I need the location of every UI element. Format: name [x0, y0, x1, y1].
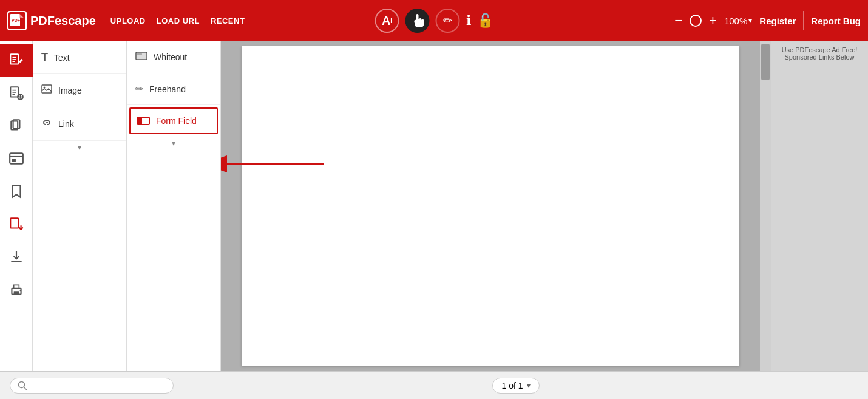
link-menu-icon: [41, 117, 52, 131]
pdf-container: Use PDFescape Ad Free! Sponsored Links B…: [221, 41, 868, 371]
viewer-icon: [8, 151, 24, 166]
menu-chevron-icon: ▾: [78, 143, 81, 152]
scrollbar-thumb[interactable]: [761, 44, 770, 80]
menu-item-link-label: Link: [58, 119, 74, 129]
sidebar-item-download[interactable]: [0, 240, 33, 273]
menu-chevron[interactable]: ▾: [33, 141, 126, 154]
logo[interactable]: PDF PDFescape: [7, 11, 96, 30]
svg-rect-23: [13, 291, 19, 294]
search-input[interactable]: [31, 381, 164, 390]
edit-icon: [8, 52, 24, 68]
text-menu-icon: T: [41, 51, 48, 64]
sidebar-item-edit[interactable]: [0, 44, 33, 77]
zoom-out-button[interactable]: −: [674, 13, 682, 29]
ad-line2: Sponsored Links Below: [785, 53, 855, 61]
toolbar-center: AI ✏ ℹ 🔓: [375, 9, 493, 33]
toolbar-right: − + 100% ▾ Register Report Bug: [674, 11, 861, 30]
export-icon: [8, 216, 24, 232]
register-button[interactable]: Register: [759, 16, 796, 26]
sidebar-item-export[interactable]: [0, 208, 33, 240]
menu-item-text-label: Text: [54, 53, 70, 63]
submenu-chevron[interactable]: ▾: [127, 137, 220, 150]
zoom-level-text: 100%: [724, 16, 747, 26]
link-icon-svg: [41, 117, 52, 128]
zoom-in-button[interactable]: +: [709, 13, 717, 29]
pdf-area: [221, 41, 760, 371]
svg-rect-20: [12, 159, 16, 162]
submenu-chevron-icon: ▾: [172, 139, 175, 148]
menu-item-link[interactable]: Link: [33, 107, 126, 141]
report-bug-button[interactable]: Report Bug: [811, 16, 861, 26]
main-area: T Text Image Link: [0, 41, 868, 371]
svg-rect-25: [42, 85, 52, 93]
form-field-icon: [137, 117, 150, 125]
submenu-item-form-field[interactable]: Form Field: [129, 107, 218, 134]
bookmark-icon: [8, 183, 24, 199]
submenu-item-whiteout-label: Whiteout: [154, 52, 187, 62]
sidebar: [0, 41, 33, 371]
submenu-item-freehand[interactable]: ✏ Freehand: [127, 73, 220, 105]
download-icon: [8, 249, 24, 265]
sidebar-item-annotate[interactable]: [0, 77, 33, 109]
sidebar-item-pages[interactable]: [0, 109, 33, 142]
svg-point-35: [19, 381, 25, 387]
submenu-item-form-field-label: Form Field: [156, 116, 197, 126]
annotate-icon: [8, 85, 24, 101]
bottombar: 1 of 1 ▾: [0, 371, 868, 399]
cursor-tool-button[interactable]: [405, 9, 430, 33]
topbar: PDF PDFescape UPLOAD LOAD URL RECENT AI …: [0, 0, 868, 41]
sidebar-item-print[interactable]: [0, 273, 33, 306]
ad-line1: Use PDFescape Ad Free!: [782, 46, 858, 53]
page-chevron: ▾: [527, 381, 531, 390]
search-box[interactable]: [10, 378, 174, 394]
scrollbar[interactable]: [760, 41, 771, 371]
sidebar-item-viewer[interactable]: [0, 142, 33, 175]
submenu-panel: Whiteout ✏ Freehand Form Field ▾: [127, 41, 221, 371]
svg-rect-30: [137, 53, 142, 55]
nav-links: UPLOAD LOAD URL RECENT: [110, 16, 245, 26]
menu-panel: T Text Image Link: [33, 41, 127, 371]
svg-rect-32: [138, 118, 142, 124]
svg-rect-18: [10, 153, 23, 163]
zoom-chevron: ▾: [748, 16, 752, 25]
image-icon-svg: [41, 84, 52, 95]
menu-item-image[interactable]: Image: [33, 74, 126, 107]
menu-item-image-label: Image: [58, 86, 82, 95]
form-field-icon-svg: [137, 117, 150, 125]
svg-line-36: [24, 387, 27, 390]
nav-recent[interactable]: RECENT: [211, 16, 245, 26]
pdf-page: [242, 46, 739, 366]
text-tool-button[interactable]: AI: [375, 9, 399, 33]
freehand-icon: ✏: [135, 83, 143, 95]
logo-svg: PDF: [8, 12, 25, 29]
nav-upload[interactable]: UPLOAD: [110, 16, 146, 26]
submenu-item-whiteout[interactable]: Whiteout: [127, 41, 220, 73]
zoom-circle: [690, 15, 702, 27]
lock-icon[interactable]: 🔓: [477, 13, 493, 29]
sidebar-item-bookmark[interactable]: [0, 175, 33, 208]
logo-text: PDFescape: [30, 14, 96, 28]
svg-point-26: [44, 87, 46, 89]
info-icon[interactable]: ℹ: [466, 13, 471, 29]
menu-item-text[interactable]: T Text: [33, 41, 126, 74]
print-icon: [8, 282, 24, 298]
page-select[interactable]: 1 of 1 ▾: [492, 378, 539, 394]
whiteout-icon: [135, 51, 147, 63]
whiteout-icon-svg: [135, 51, 147, 61]
ad-panel: Use PDFescape Ad Free! Sponsored Links B…: [771, 41, 868, 371]
page-nav: 1 of 1 ▾: [492, 378, 539, 394]
svg-point-24: [19, 290, 21, 291]
submenu-item-freehand-label: Freehand: [149, 84, 186, 94]
page-label: 1 of 1: [501, 381, 523, 390]
image-menu-icon: [41, 84, 52, 97]
cursor-icon: [411, 14, 424, 27]
topbar-divider: [803, 11, 804, 30]
svg-text:PDF: PDF: [12, 18, 21, 22]
nav-load-url[interactable]: LOAD URL: [157, 16, 200, 26]
search-icon: [18, 381, 27, 390]
svg-rect-21: [10, 218, 18, 228]
pages-icon: [8, 118, 24, 134]
logo-icon: PDF: [7, 11, 27, 30]
pencil-tool-button[interactable]: ✏: [436, 9, 460, 33]
zoom-level[interactable]: 100% ▾: [724, 16, 752, 26]
